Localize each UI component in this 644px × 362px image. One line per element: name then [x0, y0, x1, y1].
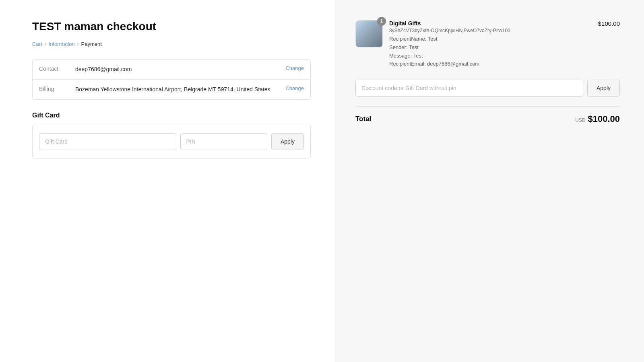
left-panel: TEST maman checkout Cart › Information ›… [0, 0, 335, 362]
gift-card-inputs: Apply [39, 133, 304, 150]
product-price: $100.00 [598, 20, 620, 27]
breadcrumb-sep-2: › [77, 41, 79, 47]
product-item: 1 Digital Gifts 8yShZ4VT3byZxth-OQmcKpjx… [355, 20, 620, 68]
discount-apply-button[interactable]: Apply [587, 80, 620, 97]
breadcrumb-payment: Payment [81, 41, 102, 47]
discount-input[interactable] [355, 80, 583, 97]
product-details: Digital Gifts 8yShZ4VT3byZxth-OQmcKpjxIH… [389, 20, 592, 68]
contact-change-link[interactable]: Change [285, 65, 304, 71]
product-sender: Sender: Test [389, 43, 592, 52]
gift-card-title: Gift Card [32, 112, 311, 119]
total-divider [355, 106, 620, 107]
product-name: Digital Gifts [389, 20, 592, 27]
billing-label: Billing [39, 85, 67, 92]
pin-input[interactable] [180, 133, 267, 150]
billing-value: Bozeman Yellowstone International Airpor… [75, 85, 277, 94]
gift-card-apply-button[interactable]: Apply [271, 133, 304, 150]
product-badge: 1 [377, 17, 386, 26]
breadcrumb-sep-1: › [45, 41, 46, 47]
product-recipient-name: RecipientName: Test [389, 35, 592, 43]
contact-row: Contact deep7686@gmail.com Change [33, 60, 310, 79]
total-label: Total [355, 115, 371, 123]
product-sku: 8yShZ4VT3byZxth-OQmcKpjxIHNjPweO7voZry-P… [389, 28, 592, 33]
product-message: Message: Test [389, 52, 592, 60]
total-row: Total USD $100.00 [355, 114, 620, 124]
breadcrumb: Cart › Information › Payment [32, 41, 311, 47]
breadcrumb-information[interactable]: Information [49, 41, 75, 47]
total-amount: $100.00 [588, 114, 620, 124]
contact-value: deep7686@gmail.com [75, 65, 277, 74]
contact-label: Contact [39, 65, 67, 72]
product-recipient-email: RecipientEmail: deep7686@gmail.com [389, 60, 592, 68]
product-meta: RecipientName: Test Sender: Test Message… [389, 35, 592, 68]
gift-card-section: Gift Card Apply [32, 112, 311, 158]
total-right: USD $100.00 [575, 114, 620, 124]
right-panel: 1 Digital Gifts 8yShZ4VT3byZxth-OQmcKpjx… [335, 0, 644, 362]
discount-row: Apply [355, 80, 620, 97]
total-currency: USD [575, 117, 585, 123]
store-title: TEST maman checkout [32, 20, 311, 33]
info-box: Contact deep7686@gmail.com Change Billin… [32, 59, 311, 100]
breadcrumb-cart[interactable]: Cart [32, 41, 42, 47]
gift-card-box: Apply [32, 125, 311, 158]
product-image-wrapper: 1 [355, 20, 383, 47]
billing-change-link[interactable]: Change [285, 85, 304, 91]
gift-card-input[interactable] [39, 133, 176, 150]
billing-row: Billing Bozeman Yellowstone Internationa… [33, 79, 310, 99]
